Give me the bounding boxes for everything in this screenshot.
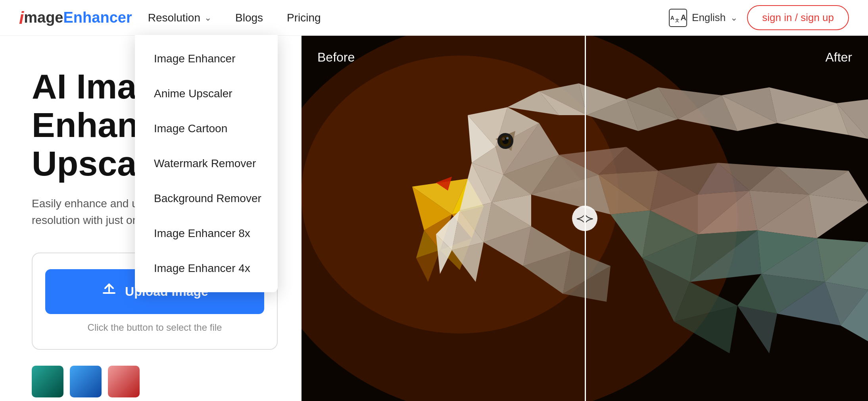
translate-icon: A 文: [669, 9, 687, 27]
language-chevron-icon: ⌄: [730, 13, 737, 23]
language-selector[interactable]: A 文 English ⌄: [669, 9, 737, 27]
thumbnail-1[interactable]: [32, 366, 63, 397]
nav-pricing-label: Pricing: [287, 12, 321, 24]
main-nav: Resolution ⌄ Blogs Pricing: [148, 12, 321, 24]
logo-enhancer-text: Enhancer: [63, 9, 132, 26]
logo[interactable]: image Enhancer: [19, 8, 132, 28]
resolution-dropdown: Image Enhancer Anime Upscaler Image Cart…: [135, 35, 278, 292]
thumbnail-3[interactable]: [108, 366, 140, 397]
svg-rect-2: [103, 292, 115, 294]
after-label: After: [825, 50, 852, 65]
dropdown-item-image-enhancer-8x[interactable]: Image Enhancer 8x: [135, 216, 278, 251]
thumbnail-row: [32, 366, 278, 397]
svg-point-28: [506, 137, 509, 139]
svg-point-27: [502, 137, 505, 141]
upload-icon: [101, 282, 117, 301]
header-right: A 文 English ⌄ sign in / sign up: [669, 5, 849, 30]
logo-i: i: [19, 8, 24, 28]
header: image Enhancer Resolution ⌄ Blogs Pricin…: [0, 0, 868, 36]
before-after-container: ≺≻ Before After: [301, 36, 868, 401]
signin-button[interactable]: sign in / sign up: [747, 5, 849, 30]
svg-text:文: 文: [675, 18, 679, 23]
nav-resolution-label: Resolution: [148, 12, 200, 24]
before-label: Before: [317, 50, 355, 65]
nav-resolution[interactable]: Resolution ⌄: [148, 12, 211, 24]
dropdown-item-anime-upscaler[interactable]: Anime Upscaler: [135, 76, 278, 111]
svg-text:A: A: [670, 15, 674, 21]
chevron-down-icon: ⌄: [204, 13, 211, 23]
right-panel: ≺≻ Before After: [301, 36, 868, 401]
nav-blogs-label: Blogs: [235, 12, 263, 24]
thumbnail-2[interactable]: [70, 366, 102, 397]
dropdown-item-image-cartoon[interactable]: Image Cartoon: [135, 111, 278, 146]
language-label: English: [692, 12, 726, 24]
dropdown-item-image-enhancer[interactable]: Image Enhancer: [135, 41, 278, 76]
nav-blogs[interactable]: Blogs: [235, 12, 263, 24]
logo-image-text: mage: [24, 9, 63, 26]
dropdown-item-background-remover[interactable]: Background Remover: [135, 181, 278, 216]
comparison-handle[interactable]: ≺≻: [572, 206, 597, 231]
main-content: AI Image Enhancer & Upscaler Easily enha…: [0, 36, 868, 401]
dropdown-item-image-enhancer-4x[interactable]: Image Enhancer 4x: [135, 251, 278, 286]
upload-hint: Click the button to select the file: [45, 322, 264, 333]
dropdown-item-watermark-remover[interactable]: Watermark Remover: [135, 146, 278, 181]
nav-pricing[interactable]: Pricing: [287, 12, 321, 24]
